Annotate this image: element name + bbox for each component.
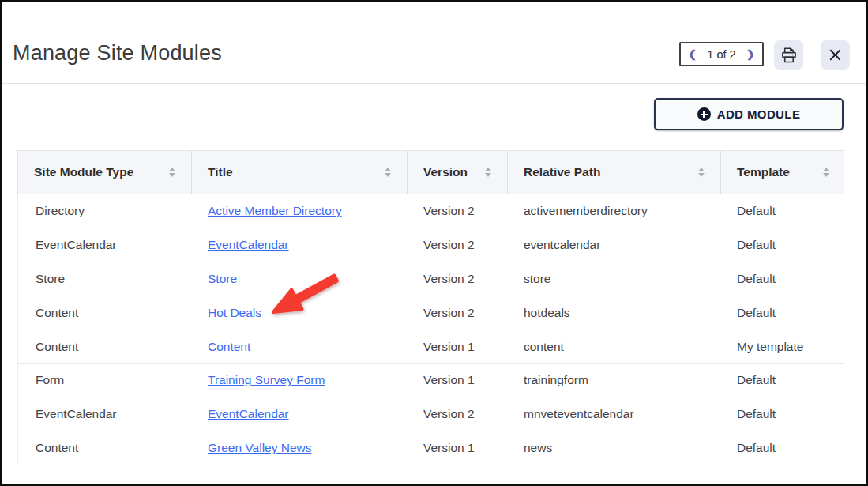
module-title-link[interactable]: Green Valley News: [208, 441, 312, 454]
cell-site-module-type: Store: [18, 272, 192, 286]
column-header-template[interactable]: Template: [721, 151, 845, 194]
column-header-relative-path[interactable]: Relative Path: [508, 151, 721, 194]
cell-title: Content: [192, 340, 408, 354]
table-row: Store Store Version 2 store Default: [18, 262, 844, 296]
cell-site-module-type: Content: [18, 340, 192, 354]
cell-site-module-type: EventCalendar: [18, 407, 192, 421]
table-body: Directory Active Member Directory Versio…: [17, 194, 844, 465]
page-title: Manage Site Modules: [13, 41, 222, 66]
cell-version: Version 2: [408, 204, 508, 218]
cell-site-module-type: Directory: [18, 204, 192, 218]
cell-relative-path: eventcalendar: [508, 238, 721, 252]
sort-icon[interactable]: [385, 168, 391, 178]
cell-title: Hot Deals: [192, 306, 408, 320]
module-title-link[interactable]: Training Survey Form: [208, 373, 325, 386]
cell-template: Default: [721, 306, 845, 320]
cell-template: Default: [721, 407, 845, 421]
cell-template: My template: [721, 340, 845, 354]
cell-site-module-type: Content: [18, 306, 192, 320]
table-row: Directory Active Member Directory Versio…: [18, 194, 844, 228]
cell-relative-path: news: [508, 441, 721, 455]
header-divider: [2, 83, 866, 84]
cell-relative-path: mnveteventcalendar: [508, 407, 721, 421]
site-modules-table: Site Module Type Title Version Relative …: [17, 150, 844, 465]
cell-title: Green Valley News: [192, 441, 408, 455]
module-title-link[interactable]: Hot Deals: [208, 306, 261, 319]
add-module-button[interactable]: ADD MODULE: [654, 98, 844, 130]
sort-icon[interactable]: [169, 168, 175, 178]
page-indicator: 1 of 2: [707, 48, 735, 61]
cell-title: EventCalendar: [192, 407, 408, 421]
sort-icon[interactable]: [823, 168, 829, 178]
print-button[interactable]: [774, 40, 803, 70]
cell-version: Version 1: [408, 441, 508, 455]
table-row: Content Hot Deals Version 2 hotdeals Def…: [18, 296, 844, 330]
cell-site-module-type: Form: [18, 373, 192, 387]
cell-relative-path: store: [508, 272, 721, 286]
cell-version: Version 2: [408, 238, 508, 252]
table-row: Form Training Survey Form Version 1 trai…: [18, 364, 844, 397]
add-module-label: ADD MODULE: [717, 107, 801, 121]
cell-template: Default: [721, 272, 845, 286]
cell-relative-path: content: [508, 340, 721, 354]
table-row: Content Content Version 1 content My tem…: [18, 330, 844, 364]
cell-version: Version 1: [408, 373, 508, 387]
cell-template: Default: [721, 238, 845, 252]
cell-relative-path: hotdeals: [508, 306, 721, 320]
cell-site-module-type: EventCalendar: [18, 238, 192, 252]
module-title-link[interactable]: EventCalendar: [208, 238, 289, 251]
next-page-icon[interactable]: ❯: [746, 49, 755, 59]
cell-version: Version 2: [408, 407, 508, 421]
close-icon: [828, 47, 843, 62]
close-button[interactable]: [821, 40, 850, 70]
cell-relative-path: trainingform: [508, 373, 721, 387]
cell-version: Version 1: [408, 340, 508, 354]
manage-site-modules-dialog: Manage Site Modules ❮ 1 of 2 ❯: [0, 0, 868, 486]
table-header-row: Site Module Type Title Version Relative …: [17, 150, 844, 194]
cell-title: Store: [192, 272, 408, 286]
cell-title: Training Survey Form: [192, 373, 408, 387]
cell-template: Default: [721, 373, 845, 387]
cell-version: Version 2: [408, 272, 508, 286]
cell-template: Default: [721, 204, 845, 218]
cell-site-module-type: Content: [18, 441, 192, 455]
cell-template: Default: [721, 441, 845, 455]
table-row: Content Green Valley News Version 1 news…: [18, 431, 844, 465]
table-row: EventCalendar EventCalendar Version 2 ev…: [18, 228, 844, 262]
cell-version: Version 2: [408, 306, 508, 320]
module-title-link[interactable]: Content: [208, 340, 250, 353]
sort-icon[interactable]: [698, 168, 705, 178]
prev-page-icon[interactable]: ❮: [688, 49, 697, 59]
cell-title: Active Member Directory: [192, 204, 408, 218]
column-header-title[interactable]: Title: [192, 151, 408, 194]
printer-icon: [780, 46, 798, 64]
cell-title: EventCalendar: [192, 238, 408, 252]
column-header-version[interactable]: Version: [408, 151, 508, 194]
table-row: EventCalendar EventCalendar Version 2 mn…: [18, 397, 844, 431]
column-header-site-module-type[interactable]: Site Module Type: [18, 151, 192, 194]
plus-circle-icon: [697, 107, 711, 121]
pagination-control: ❮ 1 of 2 ❯: [679, 42, 764, 66]
module-title-link[interactable]: Store: [208, 272, 237, 285]
cell-relative-path: activememberdirectory: [508, 204, 721, 218]
sort-icon[interactable]: [485, 168, 491, 178]
module-title-link[interactable]: Active Member Directory: [208, 204, 342, 217]
module-title-link[interactable]: EventCalendar: [208, 407, 289, 420]
